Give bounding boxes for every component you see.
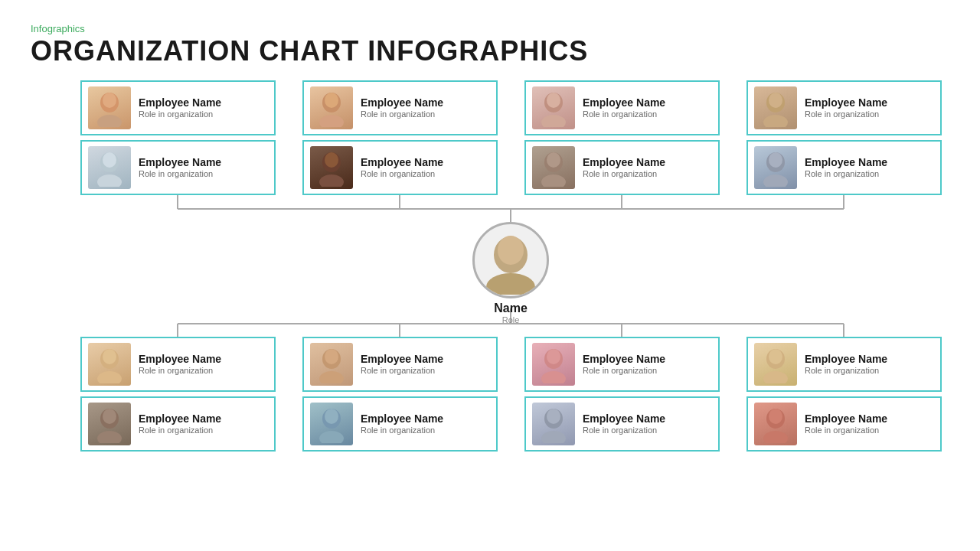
top-col1-bottom-card: Employee Name Role in organization [80,140,276,195]
svg-point-61 [763,431,788,443]
page-title: ORGANIZATION CHART INFOGRAPHICS [31,36,949,67]
bottom-col2-top-card: Employee Name Role in organization [302,337,498,392]
avatar [754,146,797,189]
svg-point-55 [541,431,566,443]
emp-role: Role in organization [583,366,665,375]
bottom-col4-top-card: Employee Name Role in organization [746,337,942,392]
emp-name: Employee Name [583,353,665,366]
emp-name: Employee Name [139,156,221,169]
svg-point-56 [547,409,560,424]
page: Infographics ORGANIZATION CHART INFOGRAP… [0,0,980,551]
emp-role: Role in organization [139,425,221,435]
avatar [88,146,131,189]
emp-name: Employee Name [583,96,665,109]
emp-role: Role in organization [139,366,221,375]
svg-point-43 [97,431,122,443]
top-col4-top-card: Employee Name Role in organization [746,80,942,135]
svg-point-17 [103,152,116,168]
svg-point-22 [319,174,344,187]
bottom-col4-bottom-card: Employee Name Role in organization [746,396,942,452]
svg-point-52 [541,371,566,383]
top-col4-bottom-card: Employee Name Role in organization [746,140,942,195]
bottom-col3-top-card: Employee Name Role in organization [524,337,720,392]
avatar [310,403,353,445]
svg-point-25 [541,115,566,127]
emp-name: Employee Name [139,412,221,425]
emp-name: Employee Name [139,96,221,109]
emp-name: Employee Name [805,156,887,169]
svg-point-37 [486,273,535,295]
emp-name: Employee Name [805,96,887,109]
top-col2-bottom-card: Employee Name Role in organization [302,140,498,195]
svg-point-53 [547,349,560,364]
top-col1-top-card: Employee Name Role in organization [80,80,276,135]
avatar [754,343,797,386]
top-col2-top-card: Employee Name Role in organization [302,80,498,135]
emp-name: Employee Name [361,96,443,109]
svg-point-34 [763,174,788,187]
emp-role: Role in organization [139,109,221,119]
svg-point-26 [547,93,560,108]
emp-name: Employee Name [139,353,221,366]
svg-point-50 [325,409,338,424]
emp-role: Role in organization [805,366,887,375]
center-name: Name [494,302,528,315]
svg-point-44 [103,409,116,424]
svg-point-49 [319,431,344,443]
svg-point-31 [763,115,788,127]
emp-name: Employee Name [583,412,665,425]
avatar [310,146,353,189]
center-avatar [472,222,549,298]
avatar [88,343,131,386]
infographics-label: Infographics [31,23,949,34]
svg-point-23 [325,152,338,168]
top-col3-bottom-card: Employee Name Role in organization [524,140,720,195]
avatar [310,343,353,386]
avatar [532,343,575,386]
emp-role: Role in organization [805,425,887,435]
emp-name: Employee Name [805,412,887,425]
emp-role: Role in organization [583,169,665,178]
svg-point-47 [325,349,338,364]
top-col3-top-card: Employee Name Role in organization [524,80,720,135]
emp-role: Role in organization [805,169,887,178]
svg-point-16 [97,174,122,187]
svg-point-62 [769,409,782,424]
emp-role: Role in organization [361,425,443,435]
svg-point-29 [547,152,560,168]
svg-point-14 [103,93,116,108]
avatar [88,86,131,129]
emp-name: Employee Name [583,156,665,169]
emp-role: Role in organization [139,169,221,178]
avatar [310,86,353,129]
emp-name: Employee Name [805,353,887,366]
emp-role: Role in organization [583,425,665,435]
svg-point-38 [498,236,524,265]
svg-point-41 [103,349,116,364]
org-chart: Employee Name Role in organization Emplo… [31,80,949,509]
emp-role: Role in organization [361,169,443,178]
emp-name: Employee Name [361,353,443,366]
emp-role: Role in organization [583,109,665,119]
avatar [532,146,575,189]
svg-point-13 [97,115,122,127]
bottom-col2-bottom-card: Employee Name Role in organization [302,396,498,452]
bottom-col1-top-card: Employee Name Role in organization [80,337,276,392]
svg-point-58 [763,371,788,383]
avatar [532,86,575,129]
avatar [88,403,131,445]
avatar [754,86,797,129]
emp-role: Role in organization [805,109,887,119]
svg-point-32 [769,93,782,108]
svg-point-46 [319,371,344,383]
emp-role: Role in organization [361,366,443,375]
emp-name: Employee Name [361,412,443,425]
avatar [532,403,575,445]
center-node: Name Role [472,222,549,324]
emp-role: Role in organization [361,109,443,119]
svg-point-28 [541,174,566,187]
avatar [754,403,797,445]
svg-point-35 [769,152,782,168]
bottom-col1-bottom-card: Employee Name Role in organization [80,396,276,452]
svg-point-59 [769,349,782,364]
